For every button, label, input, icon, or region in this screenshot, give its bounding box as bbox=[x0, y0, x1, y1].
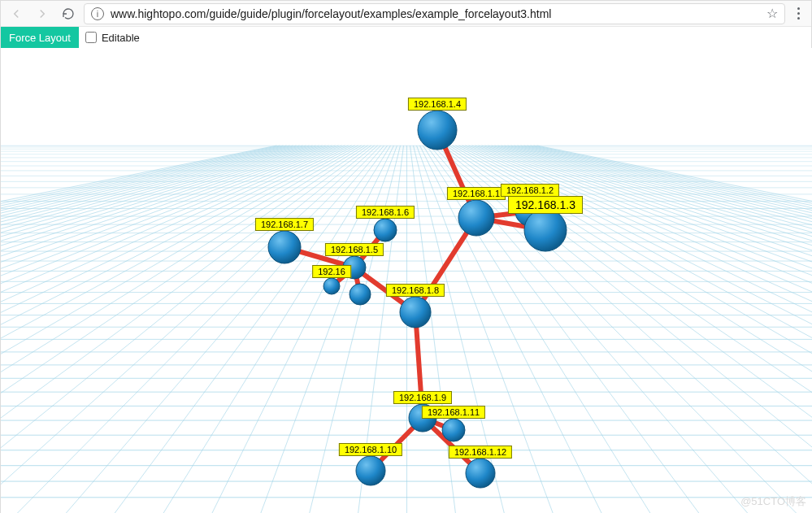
svg-line-20 bbox=[1, 146, 342, 513]
graph-node[interactable] bbox=[350, 284, 371, 305]
browser-chrome: i www.hightopo.com/guide/guide/plugin/fo… bbox=[1, 1, 811, 27]
reload-button[interactable] bbox=[58, 3, 79, 24]
graph-node[interactable] bbox=[374, 219, 397, 241]
node-label: 192.168.1.6 bbox=[356, 206, 415, 219]
graph-node[interactable] bbox=[466, 459, 495, 488]
url-text: www.hightopo.com/guide/guide/plugin/forc… bbox=[111, 7, 760, 20]
address-bar[interactable]: i www.hightopo.com/guide/guide/plugin/fo… bbox=[84, 3, 785, 24]
node-label: 192.168.1.9 bbox=[393, 391, 452, 404]
svg-line-30 bbox=[1, 146, 375, 513]
node-label: 192.168.1.4 bbox=[408, 98, 467, 111]
svg-line-31 bbox=[1, 146, 378, 513]
svg-line-35 bbox=[163, 146, 391, 513]
force-layout-button[interactable]: Force Layout bbox=[1, 27, 79, 48]
editable-checkbox-wrap[interactable]: Editable bbox=[85, 32, 140, 44]
graph-node[interactable] bbox=[418, 111, 457, 150]
watermark: @51CTO博客 bbox=[740, 494, 806, 509]
node-label: 192.168.1.12 bbox=[449, 446, 512, 459]
node-label: 192.16 bbox=[312, 265, 351, 278]
svg-line-9 bbox=[1, 146, 306, 513]
svg-line-18 bbox=[1, 146, 336, 513]
browser-menu-button[interactable] bbox=[790, 7, 806, 20]
graph-node[interactable] bbox=[458, 200, 494, 236]
node-label: 192.168.1.3 bbox=[508, 196, 583, 214]
graph-node[interactable] bbox=[524, 209, 567, 251]
graph-node[interactable] bbox=[442, 419, 465, 441]
editable-checkbox[interactable] bbox=[85, 32, 97, 43]
back-button[interactable] bbox=[6, 3, 27, 24]
bookmark-star-icon[interactable]: ☆ bbox=[766, 6, 778, 21]
scene-svg bbox=[1, 48, 812, 513]
svg-line-13 bbox=[1, 146, 319, 513]
editable-label: Editable bbox=[102, 32, 140, 44]
svg-line-19 bbox=[1, 146, 339, 513]
svg-line-32 bbox=[17, 146, 381, 513]
node-label: 192.168.1.7 bbox=[255, 218, 314, 231]
node-label: 192.168.1.8 bbox=[386, 284, 445, 297]
graph-node[interactable] bbox=[400, 297, 431, 328]
forward-button[interactable] bbox=[32, 3, 53, 24]
graph-node[interactable] bbox=[268, 231, 301, 263]
graph-node[interactable] bbox=[356, 456, 385, 485]
node-label: 192.168.1.11 bbox=[422, 406, 485, 419]
graph-node[interactable] bbox=[323, 278, 340, 294]
svg-line-14 bbox=[1, 146, 323, 513]
node-label: 192.168.1.10 bbox=[339, 443, 402, 456]
node-label: 192.168.1.2 bbox=[501, 184, 559, 197]
svg-line-16 bbox=[1, 146, 329, 513]
site-info-icon[interactable]: i bbox=[91, 7, 104, 20]
node-label: 192.168.1.1 bbox=[447, 187, 506, 200]
svg-line-12 bbox=[1, 146, 316, 513]
graph-viewport[interactable]: 192.168.1.1192.168.1.2192.168.1.3192.168… bbox=[1, 48, 812, 513]
app-toolbar: Force Layout Editable bbox=[1, 27, 811, 48]
node-label: 192.168.1.5 bbox=[325, 243, 384, 256]
